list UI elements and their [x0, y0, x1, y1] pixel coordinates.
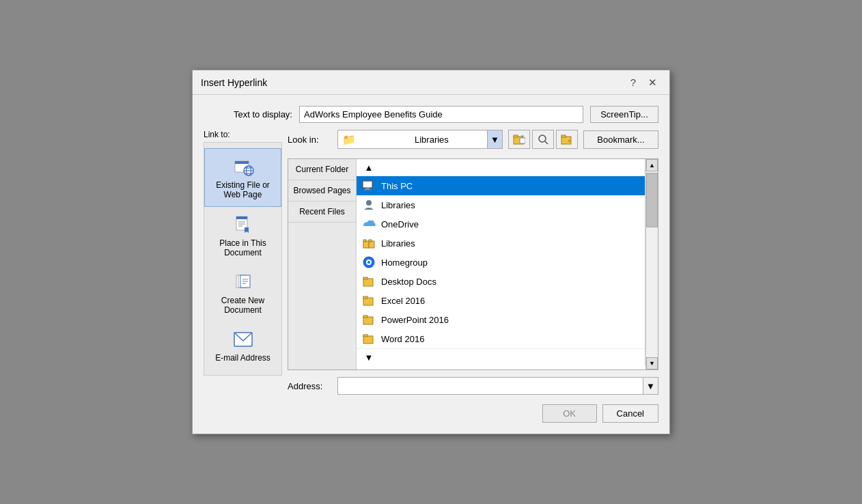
bookmark-button[interactable]: Bookmark... — [583, 130, 658, 149]
svg-rect-1 — [235, 161, 249, 164]
svg-rect-45 — [363, 296, 367, 298]
sidebar-item-place-in-doc[interactable]: Place in This Document — [204, 207, 281, 264]
dropdown-item-user[interactable]: Libraries — [357, 195, 645, 214]
svg-point-34 — [366, 200, 372, 206]
address-label: Address: — [288, 381, 332, 391]
dropdown-item-desktop-docs[interactable]: Desktop Docs — [357, 272, 645, 291]
file-browser: Current Folder Browsed Pages Recent File… — [288, 158, 658, 370]
dropdown-item-powerpoint[interactable]: PowerPoint 2016 — [357, 310, 645, 329]
excel-label: Excel 2016 — [381, 296, 425, 306]
svg-rect-49 — [363, 335, 367, 337]
recent-files-item[interactable]: Recent Files — [288, 201, 356, 223]
svg-rect-28 — [561, 135, 566, 137]
title-bar-right: ? ✕ — [626, 76, 661, 89]
scroll-up-icon: ▲ — [362, 161, 376, 173]
dropdown-item-down[interactable]: ▼ — [357, 348, 645, 365]
powerpoint-icon — [362, 313, 376, 326]
homegroup-icon — [362, 256, 376, 268]
right-panel: Look in: 📁 Libraries ▼ — [288, 130, 658, 423]
excel-icon — [362, 294, 376, 307]
file-list-container: ▲ — [357, 159, 658, 369]
svg-rect-21 — [514, 135, 518, 137]
svg-marker-12 — [245, 227, 249, 233]
ok-button[interactable]: OK — [542, 404, 597, 423]
scroll-up-btn[interactable]: ▲ — [646, 159, 658, 171]
svg-rect-36 — [363, 240, 366, 242]
place-in-doc-label: Place in This Document — [208, 238, 277, 257]
dropdown-item-libraries[interactable]: Libraries — [357, 234, 645, 253]
dropdown-item-homegroup[interactable]: Homegroup — [357, 253, 645, 272]
title-bar: Insert Hyperlink ? ✕ — [193, 70, 669, 95]
text-display-input[interactable] — [299, 106, 583, 123]
svg-rect-8 — [236, 216, 247, 219]
svg-rect-48 — [363, 336, 373, 344]
cancel-button[interactable]: Cancel — [602, 404, 658, 423]
insert-hyperlink-dialog: Insert Hyperlink ? ✕ Text to display: Sc… — [192, 70, 670, 434]
look-in-combo[interactable]: 📁 Libraries ▼ — [337, 130, 503, 149]
this-pc-label: This PC — [381, 181, 413, 191]
create-new-icon — [232, 271, 254, 293]
help-button[interactable]: ? — [626, 76, 640, 89]
homegroup-label: Homegroup — [381, 257, 428, 268]
scroll-thumb[interactable] — [646, 173, 658, 227]
svg-rect-32 — [365, 188, 370, 189]
title-bar-left: Insert Hyperlink — [201, 77, 267, 88]
current-folder-item[interactable]: Current Folder — [288, 159, 356, 180]
desktop-docs-icon — [362, 275, 376, 288]
file-browser-area: Current Folder Browsed Pages Recent File… — [288, 158, 658, 370]
svg-rect-33 — [364, 189, 371, 191]
address-row: Address: ▼ — [288, 377, 658, 395]
svg-rect-43 — [363, 277, 367, 279]
word-label: Word 2016 — [381, 334, 424, 344]
email-icon — [232, 328, 254, 350]
svg-line-26 — [545, 141, 548, 144]
look-in-row: Look in: 📁 Libraries ▼ — [288, 130, 658, 152]
scroll-down-btn[interactable]: ▼ — [646, 357, 658, 369]
sidebar-item-existing-file[interactable]: Existing File or Web Page — [204, 148, 281, 207]
sidebar-item-email[interactable]: E-mail Address — [204, 322, 281, 369]
address-combo[interactable]: ▼ — [337, 377, 658, 395]
svg-rect-22 — [520, 138, 525, 143]
onedrive-label: OneDrive — [381, 219, 419, 229]
new-folder-button[interactable]: + — [556, 130, 578, 149]
browsed-pages-item[interactable]: Browsed Pages — [288, 180, 356, 201]
scroll-track-area — [646, 227, 658, 357]
side-buttons: Bookmark... — [583, 130, 658, 149]
svg-rect-38 — [369, 240, 372, 242]
onedrive-icon — [362, 218, 376, 230]
dropdown-item-this-pc[interactable]: This PC — [357, 176, 645, 195]
user-label: Libraries — [381, 200, 415, 210]
dropdown-item-word[interactable]: Word 2016 — [357, 329, 645, 348]
dialog-title: Insert Hyperlink — [201, 77, 267, 88]
this-pc-icon — [362, 180, 376, 192]
svg-rect-44 — [363, 298, 373, 305]
dropdown-item-onedrive[interactable]: OneDrive — [357, 214, 645, 234]
look-in-folder-icon: 📁 — [342, 133, 411, 146]
place-in-doc-icon — [232, 214, 254, 236]
look-in-arrow[interactable]: ▼ — [487, 130, 502, 148]
svg-text:+: + — [568, 138, 571, 144]
word-icon — [362, 333, 376, 345]
dialog-body: Text to display: ScreenTip... Link to: — [193, 95, 669, 434]
link-to-label: Link to: — [204, 130, 230, 139]
search-web-button[interactable] — [532, 130, 554, 149]
dropdown-item-0[interactable]: ▲ — [357, 159, 645, 176]
text-display-row: Text to display: ScreenTip... — [204, 106, 658, 123]
address-arrow[interactable]: ▼ — [643, 378, 658, 394]
dropdown-item-excel[interactable]: Excel 2016 — [357, 291, 645, 310]
powerpoint-label: PowerPoint 2016 — [381, 315, 449, 325]
svg-rect-31 — [363, 181, 372, 188]
scroll-down-icon: ▼ — [362, 351, 376, 363]
svg-point-25 — [539, 135, 546, 142]
create-new-label: Create New Document — [208, 296, 277, 315]
scrollbar[interactable]: ▲ ▼ — [645, 159, 658, 369]
svg-rect-46 — [363, 317, 373, 324]
close-button[interactable]: ✕ — [644, 76, 661, 89]
screentip-button[interactable]: ScreenTip... — [590, 106, 658, 123]
toolbar-buttons: + — [508, 130, 578, 149]
email-label: E-mail Address — [215, 353, 270, 363]
parent-folder-button[interactable] — [508, 130, 530, 149]
main-area: Link to: — [204, 130, 658, 423]
sidebar-item-create-new[interactable]: Create New Document — [204, 264, 281, 322]
svg-rect-42 — [363, 279, 373, 286]
